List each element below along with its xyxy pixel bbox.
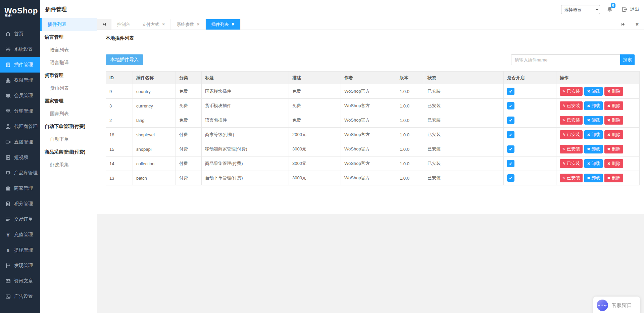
enabled-toggle[interactable]: ✔ — [507, 131, 514, 138]
brand-name: WoShop — [4, 6, 38, 15]
sidebar-item-充值管理[interactable]: ¥充值管理 — [0, 227, 40, 242]
uninstall-button[interactable]: ✖卸载 — [584, 116, 603, 125]
submenu-item-货币列表[interactable]: 货币列表 — [40, 82, 97, 95]
cell-category: 付费 — [176, 128, 202, 142]
delete-button[interactable]: ✖删除 — [604, 87, 623, 96]
tab-控制台[interactable]: 控制台 — [111, 19, 136, 30]
tabs-close-all[interactable]: ✖ — [630, 19, 644, 30]
installed-button[interactable]: ✎已安装 — [560, 145, 583, 153]
search-button[interactable]: 搜索 — [620, 54, 635, 65]
installed-button[interactable]: ✎已安装 — [560, 116, 583, 125]
column-header: ID — [106, 72, 133, 84]
delete-button[interactable]: ✖删除 — [604, 159, 623, 168]
sidebar-item-会员管理[interactable]: 会员管理 — [0, 88, 40, 103]
sidebar-item-广告设置[interactable]: 广告设置 — [0, 289, 40, 304]
sidebar-item-权限管理[interactable]: 权限管理 — [0, 73, 40, 88]
sidebar-item-提现管理[interactable]: ¥提现管理 — [0, 242, 40, 258]
sidebar-item-积分管理[interactable]: 积分管理 — [0, 196, 40, 212]
submenu-item-商品采集管理(付费)[interactable]: 商品采集管理(付费) — [40, 146, 97, 159]
sidebar-item-分销管理[interactable]: 分销管理 — [0, 103, 40, 119]
cell-id: 13 — [106, 171, 133, 185]
enabled-toggle[interactable]: ✔ — [507, 102, 514, 109]
sidebar-item-资讯文章[interactable]: 资讯文章 — [0, 273, 40, 289]
submenu-item-自动下单管理(付费)[interactable]: 自动下单管理(付费) — [40, 120, 97, 133]
submenu-item-自动下单[interactable]: 自动下单 — [40, 133, 97, 146]
close-icon: ✖ — [607, 162, 610, 166]
close-icon: ✖ — [587, 104, 590, 108]
main-area: 选择语言 0 退出 控制台支付方式✖系统参数✖插件列表✖ — [97, 0, 644, 313]
sidebar-item-发现管理[interactable]: 发现管理 — [0, 258, 40, 273]
sidebar-item-短视频[interactable]: 短视频 — [0, 150, 40, 165]
enabled-toggle[interactable]: ✔ — [507, 88, 514, 95]
submenu-item-货币管理[interactable]: 货币管理 — [40, 69, 97, 82]
sidebar-item-label: 提现管理 — [14, 247, 33, 253]
import-plugin-button[interactable]: 本地插件导入 — [106, 54, 143, 65]
uninstall-button[interactable]: ✖卸载 — [584, 87, 603, 96]
tab-插件列表[interactable]: 插件列表✖ — [206, 19, 241, 30]
delete-button[interactable]: ✖删除 — [604, 130, 623, 139]
sidebar-item-直播管理[interactable]: 直播管理 — [0, 134, 40, 150]
enabled-toggle[interactable]: ✔ — [507, 117, 514, 124]
cell-status: 已安装 — [424, 99, 504, 113]
tab-系统参数[interactable]: 系统参数✖ — [171, 19, 205, 30]
uninstall-button[interactable]: ✖卸载 — [584, 159, 603, 168]
delete-button[interactable]: ✖删除 — [604, 116, 623, 125]
double-right-icon — [620, 22, 626, 27]
enabled-toggle[interactable]: ✔ — [507, 174, 514, 182]
submenu-item-插件列表[interactable]: 插件列表 — [40, 18, 97, 31]
uninstall-button[interactable]: ✖卸载 — [584, 130, 603, 139]
cell-actions: ✎已安装✖卸载✖删除 — [556, 113, 640, 128]
logo[interactable]: WoShop商城® — [0, 0, 40, 26]
sidebar-item-label: 会员管理 — [14, 93, 33, 99]
notification-bell[interactable]: 0 — [607, 5, 615, 13]
tab-close-icon[interactable]: ✖ — [197, 23, 199, 26]
cell-category: 免费 — [176, 99, 202, 113]
tab-支付方式[interactable]: 支付方式✖ — [136, 19, 171, 30]
tabs-scroll-left[interactable] — [97, 19, 111, 30]
installed-button[interactable]: ✎已安装 — [560, 87, 583, 96]
sidebar-item-label: 充值管理 — [14, 232, 33, 238]
delete-button[interactable]: ✖删除 — [604, 174, 623, 182]
language-select[interactable]: 选择语言 — [561, 5, 600, 14]
uninstall-button[interactable]: ✖卸载 — [584, 174, 603, 182]
installed-button[interactable]: ✎已安装 — [560, 130, 583, 139]
delete-button[interactable]: ✖删除 — [604, 145, 623, 153]
enabled-toggle[interactable]: ✔ — [507, 160, 514, 167]
search-input[interactable] — [511, 54, 620, 65]
sidebar-item-首页[interactable]: 首页 — [0, 26, 40, 42]
submenu-item-语言翻译[interactable]: 语言翻译 — [40, 56, 97, 69]
submenu-item-虾皮采集[interactable]: 虾皮采集 — [40, 159, 97, 171]
chat-widget[interactable]: WoShop 客服窗口 — [593, 297, 640, 313]
uninstall-button[interactable]: ✖卸载 — [584, 145, 603, 153]
sidebar-item-插件管理[interactable]: 插件管理 — [0, 57, 40, 73]
submenu-item-国家列表[interactable]: 国家列表 — [40, 107, 97, 120]
cell-name: shopapi — [133, 142, 176, 156]
edit-icon: ✎ — [562, 90, 565, 93]
submenu-item-语言列表[interactable]: 语言列表 — [40, 44, 97, 56]
submenu-item-国家管理[interactable]: 国家管理 — [40, 95, 97, 107]
enabled-toggle[interactable]: ✔ — [507, 145, 514, 153]
search-group: 搜索 — [511, 54, 635, 65]
camera-icon — [5, 139, 11, 145]
tabs-scroll-right[interactable] — [616, 19, 630, 30]
sidebar-item-产品库管理[interactable]: 产品库管理 — [0, 165, 40, 181]
installed-button[interactable]: ✎已安装 — [560, 159, 583, 168]
delete-button[interactable]: ✖删除 — [604, 101, 623, 110]
sidebar-item-代理商管理[interactable]: 代理商管理 — [0, 119, 40, 134]
sidebar-item-交易订单[interactable]: 交易订单 — [0, 212, 40, 227]
sidebar-item-商家管理[interactable]: 商家管理 — [0, 181, 40, 196]
submenu-item-label: 商品采集管理(付费) — [45, 149, 85, 155]
logout-icon — [622, 6, 628, 12]
submenu-item-语言管理[interactable]: 语言管理 — [40, 31, 97, 44]
column-header: 描述 — [289, 72, 341, 84]
bank-icon — [5, 186, 11, 191]
sidebar-item-系统设置[interactable]: 系统设置 — [0, 42, 40, 57]
sidebar-item-label: 交易订单 — [14, 216, 33, 222]
tab-close-icon[interactable]: ✖ — [232, 23, 235, 26]
uninstall-button[interactable]: ✖卸载 — [584, 101, 603, 110]
logout-button[interactable]: 退出 — [622, 6, 639, 12]
tab-close-icon[interactable]: ✖ — [162, 23, 165, 26]
installed-button[interactable]: ✎已安装 — [560, 174, 583, 182]
column-header: 状态 — [424, 72, 504, 84]
installed-button[interactable]: ✎已安装 — [560, 101, 583, 110]
